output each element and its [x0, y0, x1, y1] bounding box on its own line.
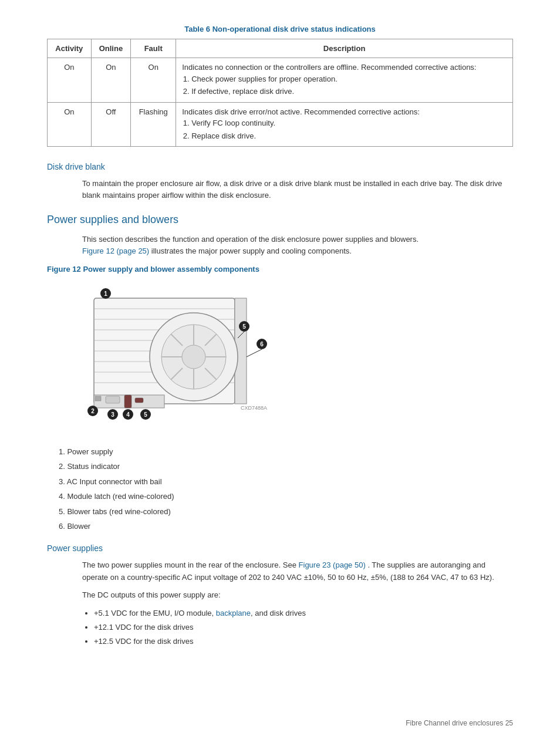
table-row: On On On Indicates no connection or the …: [48, 58, 513, 103]
row1-activity: On: [48, 58, 92, 103]
power-supplies-blowers-section: Power supplies and blowers This section …: [47, 212, 513, 533]
status-table: Activity Online Fault Description On On …: [47, 39, 513, 147]
row2-fault: Flashing: [131, 102, 176, 147]
backplane-link[interactable]: backplane: [216, 609, 251, 617]
list-item: +12.5 VDC for the disk drives: [94, 635, 513, 648]
row1-desc-text: Indicates no connection or the controlle…: [182, 63, 476, 72]
svg-text:CXD7488A: CXD7488A: [241, 405, 267, 411]
svg-rect-22: [95, 396, 101, 401]
bullet-list: +5.1 VDC for the EMU, I/O module, backpl…: [94, 607, 513, 648]
svg-line-42: [247, 349, 262, 357]
intro-after-link: illustrates the major power supply and c…: [149, 247, 352, 255]
ps-body1-text: The two power supplies mount in the rear…: [82, 561, 296, 569]
svg-point-12: [182, 345, 205, 369]
component-list: 1. Power supply 2. Status indicator 3. A…: [59, 445, 513, 533]
col-description: Description: [176, 39, 513, 58]
list-item: 5. Blower tabs (red wine-colored): [59, 505, 513, 518]
col-online: Online: [91, 39, 131, 58]
figure12-container: Figure 12 Power supply and blower assemb…: [47, 264, 513, 534]
list-item: 1. Power supply: [59, 445, 513, 458]
disk-drive-blank-body: To maintain the proper enclosure air flo…: [82, 178, 513, 201]
row1-fault: On: [131, 58, 176, 103]
svg-text:5: 5: [242, 323, 246, 330]
svg-rect-23: [106, 396, 120, 403]
row1-description: Indicates no connection or the controlle…: [176, 58, 513, 103]
power-supplies-blowers-intro: This section describes the function and …: [82, 234, 513, 257]
svg-rect-24: [124, 395, 131, 408]
list-item: 6. Blower: [59, 519, 513, 533]
page-footer: Fibre Channel drive enclosures 25: [406, 718, 513, 728]
svg-text:2: 2: [91, 408, 95, 414]
table-section: Table 6 Non-operational disk drive statu…: [47, 23, 513, 147]
power-supplies-section: Power supplies The two power supplies mo…: [47, 542, 513, 648]
row2-desc-text: Indicates disk drive error/not active. R…: [182, 107, 420, 116]
power-supplies-body1: The two power supplies mount in the rear…: [82, 559, 513, 583]
table-row: On Off Flashing Indicates disk drive err…: [48, 102, 513, 147]
row2-description: Indicates disk drive error/not active. R…: [176, 102, 513, 147]
bullet2-text: +12.1 VDC for the disk drives: [94, 623, 193, 632]
list-item: +5.1 VDC for the EMU, I/O module, backpl…: [94, 607, 513, 620]
disk-drive-blank-heading: Disk drive blank: [47, 161, 513, 173]
svg-text:6: 6: [260, 341, 264, 347]
bullet3-text: +12.5 VDC for the disk drives: [94, 637, 193, 646]
list-item: 3. AC Input connector with bail: [59, 475, 513, 488]
table-header-row: Activity Online Fault Description: [48, 39, 513, 58]
power-supplies-heading: Power supplies: [47, 542, 513, 555]
diagram-svg: 1 2 3 4 5 5 6: [59, 281, 305, 445]
row1-desc-list: Check power supplies for proper operatio…: [191, 73, 507, 97]
bullet1-before: +5.1 VDC for the EMU, I/O module,: [94, 609, 216, 617]
list-item: 4. Module latch (red wine-colored): [59, 490, 513, 503]
col-fault: Fault: [131, 39, 176, 58]
list-item: Check power supplies for proper operatio…: [191, 73, 507, 85]
table-title: Table 6 Non-operational disk drive statu…: [47, 23, 513, 35]
figure12-link[interactable]: Figure 12 (page 25): [82, 247, 149, 255]
power-supplies-body2: The DC outputs of this power supply are:: [82, 589, 513, 601]
bullet1-after: , and disk drives: [251, 609, 306, 617]
svg-text:1: 1: [104, 291, 107, 297]
figure12-diagram: 1 2 3 4 5 5 6: [59, 281, 305, 445]
svg-text:5: 5: [144, 411, 147, 418]
col-activity: Activity: [48, 39, 92, 58]
power-supplies-blowers-heading: Power supplies and blowers: [47, 212, 513, 228]
row2-desc-list: Verify FC loop continuity. Replace disk …: [191, 117, 507, 141]
row1-online: On: [91, 58, 131, 103]
figure12-title: Figure 12 Power supply and blower assemb…: [47, 264, 513, 275]
row2-online: Off: [91, 102, 131, 147]
list-item: Replace disk drive.: [191, 130, 507, 142]
list-item: +12.1 VDC for the disk drives: [94, 621, 513, 634]
svg-rect-25: [135, 398, 143, 403]
svg-text:3: 3: [111, 411, 114, 418]
list-item: Verify FC loop continuity.: [191, 117, 507, 129]
list-item: 2. Status indicator: [59, 460, 513, 473]
svg-text:4: 4: [126, 411, 130, 418]
list-item: If defective, replace disk drive.: [191, 86, 507, 97]
footer-text: Fibre Channel drive enclosures 25: [406, 719, 513, 727]
row2-activity: On: [48, 102, 92, 147]
intro-text: This section describes the function and …: [82, 235, 419, 244]
disk-drive-blank-section: Disk drive blank To maintain the proper …: [47, 161, 513, 201]
figure23-link[interactable]: Figure 23 (page 50): [299, 561, 366, 569]
